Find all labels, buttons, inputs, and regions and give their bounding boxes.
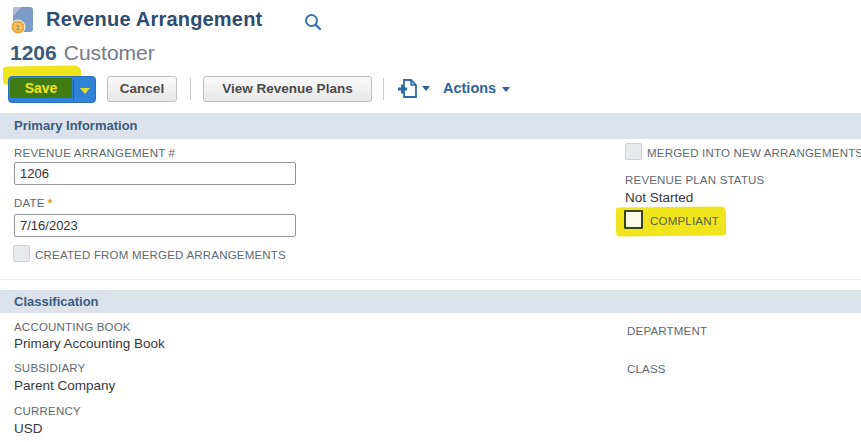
subsidiary-value: Parent Company [14,378,115,393]
search-icon[interactable] [304,13,322,35]
add-record-dropdown-caret-icon[interactable] [422,86,430,91]
revenue-arrangement-number-label: REVENUE ARRANGEMENT # [14,147,175,159]
svg-text:1: 1 [16,24,20,31]
save-button-label[interactable]: Save [10,78,72,98]
record-type-label: Customer [64,41,155,64]
page-title: Revenue Arrangement [46,8,262,31]
toolbar-separator [190,78,191,100]
save-button[interactable]: Save [8,76,96,103]
class-label: CLASS [627,363,666,375]
toolbar-separator [383,78,384,100]
actions-label: Actions [443,80,496,96]
record-id: 1206 [10,41,57,64]
add-record-icon[interactable] [396,77,419,104]
save-split-divider [73,80,74,100]
compliant-checkbox[interactable] [624,210,643,229]
merged-into-new-checkbox[interactable] [625,143,642,160]
merged-into-new-label: MERGED INTO NEW ARRANGEMENTS [647,147,861,159]
save-dropdown-caret-icon[interactable] [80,88,90,94]
revenue-arrangement-page: 1 Revenue Arrangement 1206Customer Save … [0,0,861,442]
section-divider [0,279,861,280]
date-label: DATE* [14,197,52,209]
section-header-classification: Classification [0,290,861,313]
department-label: DEPARTMENT [627,325,707,337]
view-revenue-plans-button[interactable]: View Revenue Plans [203,76,372,102]
currency-label: CURRENCY [14,405,81,417]
record-type-icon: 1 [8,5,38,39]
actions-menu[interactable]: Actions [443,80,510,96]
revenue-arrangement-number-input[interactable] [14,162,296,185]
accounting-book-label: ACCOUNTING BOOK [14,321,131,333]
section-header-primary-information: Primary Information [0,113,861,139]
revenue-plan-status-value: Not Started [625,190,693,205]
record-heading: 1206Customer [10,41,155,65]
created-from-merged-checkbox[interactable] [13,245,30,262]
revenue-plan-status-label: REVENUE PLAN STATUS [625,174,765,186]
currency-value: USD [14,421,43,436]
actions-caret-icon [502,87,510,92]
created-from-merged-label: CREATED FROM MERGED ARRANGEMENTS [35,249,286,261]
subsidiary-label: SUBSIDIARY [14,362,85,374]
required-marker: * [48,197,53,209]
cancel-button[interactable]: Cancel [107,76,177,102]
compliant-label: COMPLIANT [650,215,719,227]
accounting-book-value: Primary Accounting Book [14,336,165,351]
date-input[interactable] [14,214,296,237]
